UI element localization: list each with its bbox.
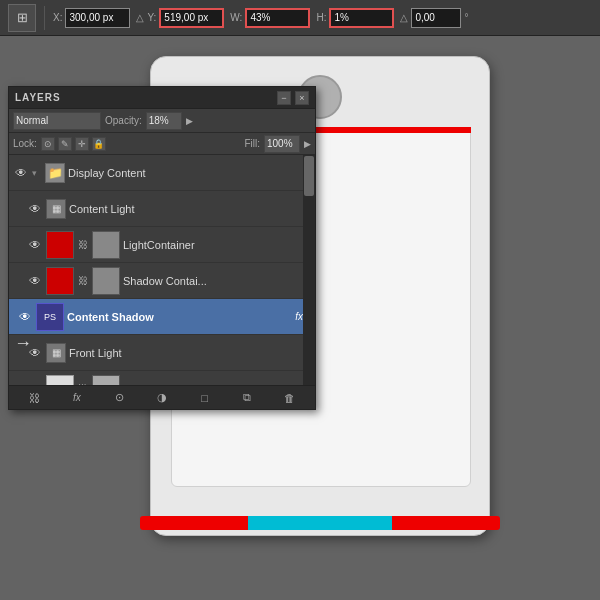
delete-layer-icon[interactable]: 🗑 xyxy=(280,390,300,406)
visibility-icon-content-shadow[interactable]: 👁 xyxy=(17,309,33,325)
smart-thumb-content-shadow: PS xyxy=(36,303,64,331)
minimize-button[interactable]: − xyxy=(277,91,291,105)
fill-label: Fill: xyxy=(244,138,260,149)
close-button[interactable]: × xyxy=(295,91,309,105)
visibility-icon-shadow-container[interactable]: 👁 xyxy=(27,273,43,289)
visibility-icon-light-container[interactable]: 👁 xyxy=(27,237,43,253)
w-field-group: W: xyxy=(230,8,310,28)
thumb-gray-light-container xyxy=(92,231,120,259)
lock-all-icon[interactable]: 🔒 xyxy=(92,137,106,151)
layer-row-content-shadow[interactable]: 👁 PS Content Shadow fx ▾ xyxy=(9,299,315,335)
angle-field-group: △ ° xyxy=(400,8,468,28)
lock-label: Lock: xyxy=(13,138,37,149)
fx-icon[interactable]: fx xyxy=(67,390,87,406)
visibility-icon-inner[interactable]: 👁 xyxy=(27,381,43,386)
layer-name-content-light: Content Light xyxy=(69,203,311,215)
fill-arrow-icon[interactable]: ▶ xyxy=(304,139,311,149)
fill-input[interactable] xyxy=(264,135,300,153)
bottom-strip xyxy=(140,516,500,530)
layers-title: LAYERS xyxy=(15,92,61,103)
chain-icon-shadow-container: ⛓ xyxy=(77,275,89,286)
angle-delta: △ xyxy=(400,12,408,23)
arrow-indicator: → xyxy=(14,333,32,354)
layer-row-light-container[interactable]: 👁 ⛓ LightContainer xyxy=(9,227,315,263)
thumb-red-light-container xyxy=(46,231,74,259)
y-label: Y: xyxy=(147,12,156,23)
opacity-arrow-icon[interactable]: ▶ xyxy=(186,116,193,126)
toolbar-separator-1 xyxy=(44,6,45,30)
h-label: H: xyxy=(316,12,326,23)
opacity-input[interactable] xyxy=(146,112,182,130)
layers-list: 👁 ▾ 📁 Display Content 👁 ▦ Content Light … xyxy=(9,155,315,385)
delta-y-label: △ xyxy=(136,12,144,23)
toolbar: ⊞ X: △ Y: W: H: △ ° xyxy=(0,0,600,36)
expand-arrow-display-content[interactable]: ▾ xyxy=(32,168,42,178)
layers-bottom-toolbar: ⛓ fx ⊙ ◑ □ ⧉ 🗑 xyxy=(9,385,315,409)
w-label: W: xyxy=(230,12,242,23)
layers-scrollbar[interactable] xyxy=(303,155,315,385)
thumb-gray-inner xyxy=(92,375,120,386)
group-thumb-front-light: ▦ xyxy=(46,343,66,363)
layer-name-light-container: LightContainer xyxy=(123,239,311,251)
layer-name-front-light: Front Light xyxy=(69,347,311,359)
blend-opacity-row: Normal Opacity: ▶ xyxy=(9,109,315,133)
lock-fill-row: Lock: ⊙ ✎ ✛ 🔒 Fill: ▶ xyxy=(9,133,315,155)
w-input[interactable] xyxy=(245,8,310,28)
h-input[interactable] xyxy=(329,8,394,28)
adjustment-icon[interactable]: ◑ xyxy=(152,390,172,406)
layers-titlebar: LAYERS − × xyxy=(9,87,315,109)
layer-row-content-light[interactable]: 👁 ▦ Content Light xyxy=(9,191,315,227)
deg-symbol: ° xyxy=(464,12,468,23)
group-thumb-content-light: ▦ xyxy=(46,199,66,219)
thumb-gray-shadow-container xyxy=(92,267,120,295)
transform-icon[interactable]: ⊞ xyxy=(8,4,36,32)
x-input[interactable] xyxy=(65,8,130,28)
lock-transparent-icon[interactable]: ⊙ xyxy=(41,137,55,151)
opacity-label: Opacity: xyxy=(105,115,142,126)
thumb-white-inner xyxy=(46,375,74,386)
link-layers-icon[interactable]: ⛓ xyxy=(24,390,44,406)
canvas-area: LAYERS − × Normal Opacity: ▶ Lock: ⊙ ✎ ✛… xyxy=(0,36,600,600)
y-field-group: △ Y: xyxy=(136,8,224,28)
new-layer-icon[interactable]: ⧉ xyxy=(237,390,257,406)
layer-row-shadow-container[interactable]: 👁 ⛓ Shadow Contai... xyxy=(9,263,315,299)
lock-image-icon[interactable]: ✎ xyxy=(58,137,72,151)
new-group-icon[interactable]: □ xyxy=(195,390,215,406)
chain-icon-inner: ⛓ xyxy=(77,383,89,385)
visibility-icon-display-content[interactable]: 👁 xyxy=(13,165,29,181)
y-input[interactable] xyxy=(159,8,224,28)
layer-name-display-content: Display Content xyxy=(68,167,311,179)
title-icons: − × xyxy=(277,91,309,105)
x-field-group: X: xyxy=(53,8,130,28)
add-mask-icon[interactable]: ⊙ xyxy=(109,390,129,406)
x-label: X: xyxy=(53,12,62,23)
visibility-icon-content-light[interactable]: 👁 xyxy=(27,201,43,217)
h-field-group: H: xyxy=(316,8,394,28)
layer-name-content-shadow: Content Shadow xyxy=(67,311,292,323)
layer-row-front-light[interactable]: 👁 ▦ Front Light xyxy=(9,335,315,371)
chain-icon-light-container: ⛓ xyxy=(77,239,89,250)
layer-row-inner[interactable]: 👁 ⛓ Inner fx xyxy=(9,371,315,385)
lock-position-icon[interactable]: ✛ xyxy=(75,137,89,151)
layer-row-display-content[interactable]: 👁 ▾ 📁 Display Content xyxy=(9,155,315,191)
folder-thumb-display-content: 📁 xyxy=(45,163,65,183)
layers-panel: LAYERS − × Normal Opacity: ▶ Lock: ⊙ ✎ ✛… xyxy=(8,86,316,410)
layer-name-inner: Inner xyxy=(123,383,300,386)
thumb-red-shadow-container xyxy=(46,267,74,295)
angle-input[interactable] xyxy=(411,8,461,28)
blend-mode-select[interactable]: Normal xyxy=(13,112,101,130)
scrollbar-thumb[interactable] xyxy=(304,156,314,196)
layer-name-shadow-container: Shadow Contai... xyxy=(123,275,311,287)
fx-badge-content-shadow: fx xyxy=(295,311,303,322)
lock-icons-group: ⊙ ✎ ✛ 🔒 xyxy=(41,137,106,151)
